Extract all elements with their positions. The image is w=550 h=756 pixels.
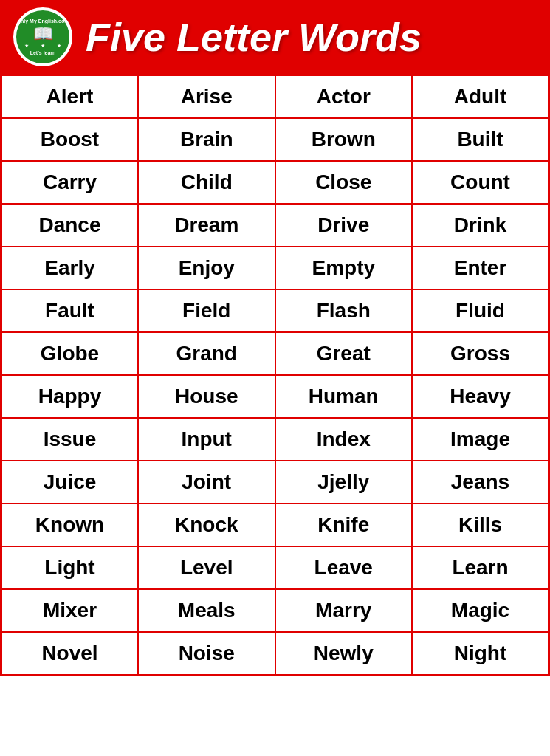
word-cell: Knock	[138, 504, 275, 546]
word-cell: Level	[138, 546, 275, 589]
logo-top-text: Only My English.com	[17, 18, 69, 24]
book-icon: 📖	[33, 26, 53, 42]
word-cell: Issue	[1, 418, 139, 461]
table-row: GlobeGrandGreatGross	[1, 332, 549, 375]
word-cell: Input	[138, 418, 275, 461]
word-cell: Newly	[275, 632, 413, 676]
word-cell: Drink	[412, 204, 549, 247]
word-cell: Dance	[1, 204, 139, 247]
table-row: AlertAriseActorAdult	[1, 75, 549, 119]
word-cell: Novel	[1, 632, 139, 676]
word-cell: Flash	[275, 289, 413, 332]
star-icon: ★	[41, 43, 45, 49]
logo: Only My English.com 📖 ★ ★ ★ Let's learn	[13, 7, 72, 66]
table-row: CarryChildCloseCount	[1, 161, 549, 204]
word-cell: Adult	[412, 75, 549, 119]
word-cell: Happy	[1, 375, 139, 418]
word-cell: Known	[1, 504, 139, 546]
word-cell: Fluid	[412, 289, 549, 332]
word-cell: Actor	[275, 75, 413, 119]
word-cell: Drive	[275, 204, 413, 247]
word-cell: Image	[412, 418, 549, 461]
word-cell: Kills	[412, 504, 549, 546]
word-cell: Joint	[138, 461, 275, 504]
word-cell: Heavy	[412, 375, 549, 418]
table-row: JuiceJointJjellyJeans	[1, 461, 549, 504]
word-cell: Boost	[1, 118, 139, 161]
word-cell: Jeans	[412, 461, 549, 504]
word-cell: House	[138, 375, 275, 418]
word-cell: Noise	[138, 632, 275, 676]
word-cell: Enter	[412, 247, 549, 289]
word-cell: Enjoy	[138, 247, 275, 289]
page-header: Only My English.com 📖 ★ ★ ★ Let's learn …	[0, 0, 550, 74]
word-cell: Arise	[138, 75, 275, 119]
word-cell: Close	[275, 161, 413, 204]
word-cell: Grand	[138, 332, 275, 375]
word-cell: Human	[275, 375, 413, 418]
logo-bottom-text: Let's learn	[30, 50, 56, 55]
page-title: Five Letter Words	[86, 14, 422, 60]
word-cell: Globe	[1, 332, 139, 375]
word-cell: Meals	[138, 589, 275, 632]
word-cell: Dream	[138, 204, 275, 247]
word-cell: Brain	[138, 118, 275, 161]
table-row: MixerMealsMarryMagic	[1, 589, 549, 632]
word-cell: Early	[1, 247, 139, 289]
word-cell: Juice	[1, 461, 139, 504]
word-cell: Gross	[412, 332, 549, 375]
table-row: KnownKnockKnifeKills	[1, 504, 549, 546]
table-row: LightLevelLeaveLearn	[1, 546, 549, 589]
word-cell: Magic	[412, 589, 549, 632]
table-row: EarlyEnjoyEmptyEnter	[1, 247, 549, 289]
word-cell: Built	[412, 118, 549, 161]
star-icon: ★	[24, 43, 29, 49]
table-row: HappyHouseHumanHeavy	[1, 375, 549, 418]
word-cell: Mixer	[1, 589, 139, 632]
table-row: NovelNoiseNewlyNight	[1, 632, 549, 676]
table-row: DanceDreamDriveDrink	[1, 204, 549, 247]
word-cell: Alert	[1, 75, 139, 119]
word-cell: Field	[138, 289, 275, 332]
word-cell: Marry	[275, 589, 413, 632]
table-row: IssueInputIndexImage	[1, 418, 549, 461]
word-cell: Knife	[275, 504, 413, 546]
table-row: BoostBrainBrownBuilt	[1, 118, 549, 161]
word-cell: Night	[412, 632, 549, 676]
star-icon: ★	[57, 43, 61, 49]
word-cell: Count	[412, 161, 549, 204]
word-cell: Jjelly	[275, 461, 413, 504]
word-cell: Light	[1, 546, 139, 589]
word-table: AlertAriseActorAdultBoostBrainBrownBuilt…	[0, 74, 550, 676]
word-cell: Fault	[1, 289, 139, 332]
word-cell: Child	[138, 161, 275, 204]
word-cell: Great	[275, 332, 413, 375]
logo-stars: ★ ★ ★	[19, 43, 67, 49]
word-cell: Leave	[275, 546, 413, 589]
table-row: FaultFieldFlashFluid	[1, 289, 549, 332]
word-cell: Brown	[275, 118, 413, 161]
word-cell: Empty	[275, 247, 413, 289]
word-cell: Learn	[412, 546, 549, 589]
word-cell: Carry	[1, 161, 139, 204]
word-cell: Index	[275, 418, 413, 461]
